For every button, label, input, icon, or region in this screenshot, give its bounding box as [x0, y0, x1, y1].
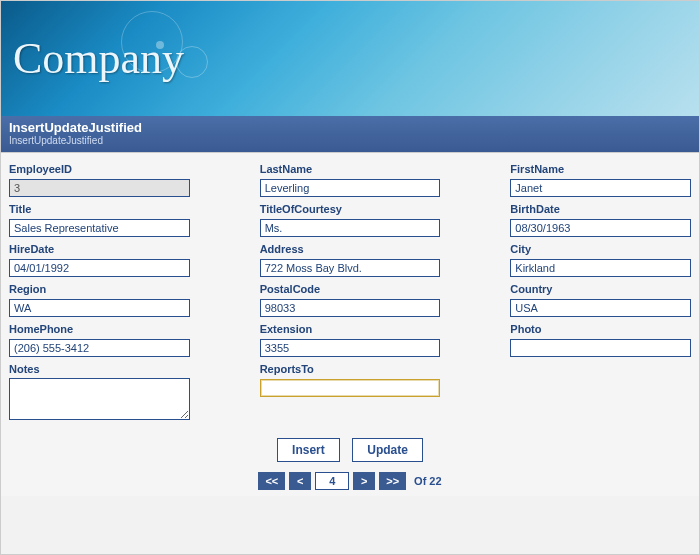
form-area: EmployeeID Title HireDate Region HomePho… — [1, 153, 699, 496]
input-notes[interactable] — [9, 378, 190, 420]
field-hiredate: HireDate — [9, 243, 190, 277]
field-birthdate: BirthDate — [510, 203, 691, 237]
input-region[interactable] — [9, 299, 190, 317]
label-hiredate: HireDate — [9, 243, 190, 255]
label-country: Country — [510, 283, 691, 295]
pager-current: 4 — [315, 472, 349, 490]
input-firstname[interactable] — [510, 179, 691, 197]
input-title[interactable] — [9, 219, 190, 237]
pager-total: Of 22 — [414, 475, 442, 487]
field-city: City — [510, 243, 691, 277]
input-country[interactable] — [510, 299, 691, 317]
field-lastname: LastName — [260, 163, 441, 197]
insert-button[interactable]: Insert — [277, 438, 340, 462]
app-title: Company — [13, 33, 184, 84]
label-city: City — [510, 243, 691, 255]
pager-first-button[interactable]: << — [258, 472, 285, 490]
label-extension: Extension — [260, 323, 441, 335]
input-address[interactable] — [260, 259, 441, 277]
update-button[interactable]: Update — [352, 438, 423, 462]
form-col-3: FirstName BirthDate City Country Photo — [510, 163, 691, 430]
label-employeeid: EmployeeID — [9, 163, 190, 175]
field-photo: Photo — [510, 323, 691, 357]
label-reportsto: ReportsTo — [260, 363, 441, 375]
field-reportsto: ReportsTo — [260, 363, 441, 397]
field-titleofcourtesy: TitleOfCourtesy — [260, 203, 441, 237]
pager-prev-button[interactable]: < — [289, 472, 311, 490]
label-lastname: LastName — [260, 163, 441, 175]
field-firstname: FirstName — [510, 163, 691, 197]
label-titleofcourtesy: TitleOfCourtesy — [260, 203, 441, 215]
input-hiredate[interactable] — [9, 259, 190, 277]
page-subheader: InsertUpdateJustified InsertUpdateJustif… — [1, 116, 699, 153]
label-notes: Notes — [9, 363, 190, 375]
input-birthdate[interactable] — [510, 219, 691, 237]
label-postalcode: PostalCode — [260, 283, 441, 295]
form-col-2: LastName TitleOfCourtesy Address PostalC… — [260, 163, 441, 430]
input-employeeid — [9, 179, 190, 197]
app-banner: Company — [1, 1, 699, 116]
form-actions: Insert Update — [9, 438, 691, 462]
input-postalcode[interactable] — [260, 299, 441, 317]
label-address: Address — [260, 243, 441, 255]
field-postalcode: PostalCode — [260, 283, 441, 317]
input-reportsto[interactable] — [260, 379, 441, 397]
pager-last-button[interactable]: >> — [379, 472, 406, 490]
pager-next-button[interactable]: > — [353, 472, 375, 490]
label-birthdate: BirthDate — [510, 203, 691, 215]
label-region: Region — [9, 283, 190, 295]
field-homephone: HomePhone — [9, 323, 190, 357]
input-titleofcourtesy[interactable] — [260, 219, 441, 237]
input-photo[interactable] — [510, 339, 691, 357]
label-homephone: HomePhone — [9, 323, 190, 335]
field-notes: Notes — [9, 363, 190, 424]
label-firstname: FirstName — [510, 163, 691, 175]
field-extension: Extension — [260, 323, 441, 357]
form-col-1: EmployeeID Title HireDate Region HomePho… — [9, 163, 190, 430]
pager: << < 4 > >> Of 22 — [9, 472, 691, 490]
page-title: InsertUpdateJustified — [9, 120, 691, 135]
form-grid: EmployeeID Title HireDate Region HomePho… — [9, 163, 691, 430]
input-city[interactable] — [510, 259, 691, 277]
label-photo: Photo — [510, 323, 691, 335]
input-lastname[interactable] — [260, 179, 441, 197]
field-region: Region — [9, 283, 190, 317]
input-homephone[interactable] — [9, 339, 190, 357]
field-employeeid: EmployeeID — [9, 163, 190, 197]
page-subtitle: InsertUpdateJustified — [9, 135, 691, 146]
field-title: Title — [9, 203, 190, 237]
input-extension[interactable] — [260, 339, 441, 357]
field-address: Address — [260, 243, 441, 277]
field-country: Country — [510, 283, 691, 317]
label-title: Title — [9, 203, 190, 215]
